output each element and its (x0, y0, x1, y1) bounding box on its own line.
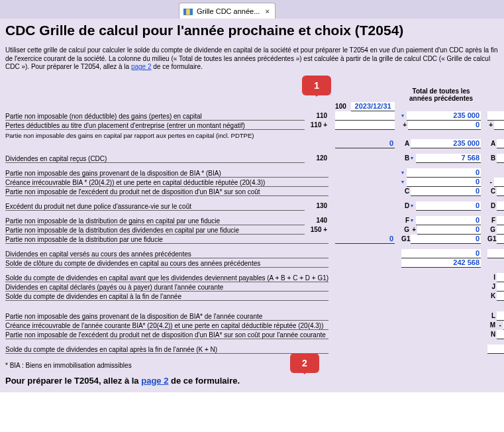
marker-L: L (487, 312, 497, 319)
prev-sold[interactable]: 242 568 (401, 258, 481, 268)
code-140: 140 (305, 217, 328, 224)
label-J: Dividendes en capital déclarés (payés ou… (5, 282, 328, 292)
callout-2: 2 (290, 353, 319, 373)
marker-D: D (401, 202, 411, 209)
total-130[interactable]: 0 (497, 201, 504, 211)
form-icon (183, 7, 193, 15)
label-bia1: Partie non imposable des gains provenant… (5, 168, 328, 178)
prev-130[interactable]: 0 (416, 201, 481, 211)
total-120[interactable]: 7 568 (497, 154, 504, 163)
label-N: Partie non imposable de l'excédent du pr… (5, 330, 328, 339)
svg-rect-2 (186, 9, 189, 15)
intro-before: Utiliser cette grille de calcul pour cal… (5, 46, 498, 70)
tab-bar: Grille CDC année... × (0, 0, 504, 19)
tab-active[interactable]: Grille CDC année... × (179, 3, 276, 19)
marker-N: N (487, 331, 497, 338)
label-I: Solde du compte de dividendes en capital… (5, 273, 328, 282)
field-110-cur[interactable] (335, 111, 395, 121)
header-prev: Total de toutes les années précédentes (401, 80, 481, 102)
code-150p: 150 + (305, 226, 328, 233)
field-110p-cur[interactable] (335, 121, 395, 130)
marker-B-t: B (487, 154, 497, 162)
page: CDC Grille de calcul pour l'année procha… (0, 19, 504, 392)
total-C[interactable]: 0 (497, 187, 504, 196)
total-divp[interactable]: 0 (487, 249, 504, 258)
footer-instruction: Pour préparer le T2054, allez à la page … (5, 376, 499, 386)
code-130: 130 (305, 202, 328, 209)
label-K: Solde du compte de dividendes en capital… (5, 292, 328, 301)
marker-M: M (487, 321, 497, 329)
marker-I: I (487, 274, 497, 281)
dropdown-icon[interactable]: ▾ (401, 170, 407, 176)
field-A-cur[interactable]: 0 (335, 139, 395, 148)
header-total: Total (487, 80, 504, 102)
page-title: CDC Grille de calcul pour l'année procha… (5, 23, 499, 38)
label-M: Créance irrécouvrable de l'année courant… (5, 321, 328, 330)
total-G1[interactable]: 0 (497, 235, 504, 244)
code-110p: 110 + (305, 121, 328, 129)
label-KN: Solde du compte de dividendes en capital… (5, 345, 328, 354)
svg-rect-1 (183, 9, 186, 15)
labels-column: Partie non imposable (non déductible) de… (5, 80, 328, 354)
prev-divp[interactable]: 0 (401, 249, 481, 258)
total-140[interactable]: 0 (497, 216, 504, 225)
total-150[interactable]: 0 (497, 225, 504, 235)
total-column: Total 235 000 +0 A235 000 B7 568 -0 C0 D… (487, 80, 504, 354)
total-K[interactable]: 0 (497, 292, 504, 301)
code-110: 110 (305, 112, 328, 119)
intro-after: de ce formulaire. (152, 63, 203, 70)
dropdown-icon[interactable]: ▾ (411, 156, 416, 161)
label-G1: Partie non imposable de la distribution … (5, 235, 328, 244)
date-column: 1 1002023/12/31 0 0 (335, 80, 395, 354)
total-L[interactable] (497, 311, 504, 321)
label-A: Partie non imposable des gains en capita… (5, 130, 328, 139)
intro-text: Utiliser cette grille de calcul pour cal… (5, 46, 499, 72)
code-120: 120 (305, 154, 328, 162)
marker-B: B (401, 154, 411, 162)
label-L: Partie non imposable des gains provenant… (5, 311, 328, 321)
total-I[interactable]: 242 568 (497, 273, 504, 282)
footer-link-page2[interactable]: page 2 (141, 376, 168, 386)
field-100-date[interactable]: 2023/12/31 (351, 102, 395, 111)
prev-120[interactable]: 7 568 (416, 154, 481, 163)
marker-G1: G1 (401, 235, 411, 243)
prev-140[interactable]: 0 (416, 216, 481, 225)
close-icon[interactable]: × (264, 7, 270, 15)
prev-110p[interactable]: 0 (408, 121, 481, 130)
label-bia2: Créance irrécouvrable BIA * (20(4.2)) et… (5, 178, 328, 187)
total-A[interactable]: 235 000 (497, 139, 504, 148)
prev-C[interactable]: 0 (411, 187, 481, 196)
prev-A[interactable]: 235 000 (411, 139, 481, 148)
prev-G1[interactable]: 0 (411, 235, 481, 244)
label-150: Partie non imposable de la distribution … (5, 225, 305, 235)
total-KN[interactable]: 0 (487, 345, 504, 354)
dropdown-icon[interactable]: ▾ (401, 180, 407, 185)
label-130: Excédent du produit net dune police d'as… (5, 201, 305, 211)
footnote: * BIA : Biens en immobilisation admissib… (5, 362, 499, 369)
total-N[interactable]: 0 (497, 330, 504, 339)
marker-A: A (401, 140, 411, 147)
label-110p: Pertes déductibles au titre d'un placeme… (5, 121, 305, 130)
field-G1-cur[interactable]: 0 (335, 235, 395, 244)
label-120: Dividendes en capital reçus (CDC) (5, 154, 305, 163)
prev-110[interactable]: 235 000 (407, 111, 481, 121)
label-C: Partie non imposable de l'excédent du pr… (5, 187, 328, 196)
dropdown-icon[interactable]: ▾ (411, 218, 416, 223)
svg-rect-3 (190, 9, 193, 15)
dropdown-icon[interactable]: ▾ (401, 113, 407, 119)
label-110: Partie non imposable (non déductible) de… (5, 111, 305, 121)
marker-F-t: F (487, 217, 497, 224)
prev-150[interactable]: 0 (417, 225, 481, 235)
total-bia2[interactable]: 0 (494, 178, 504, 187)
total-110[interactable]: 235 000 (487, 111, 504, 121)
prev-bia2[interactable]: 0 (407, 178, 481, 187)
dropdown-icon[interactable]: ▾ (411, 203, 416, 209)
label-divp: Dividendes en capital versés au cours de… (5, 249, 328, 258)
marker-D-t: D (487, 202, 497, 209)
intro-link-page2[interactable]: page 2 (131, 63, 152, 70)
total-110p[interactable]: 0 (494, 121, 504, 130)
marker-G-t: G (487, 226, 497, 233)
callout-1: 1 (302, 76, 331, 95)
total-J[interactable]: 242 568 (497, 282, 504, 292)
prev-bia1[interactable]: 0 (407, 168, 481, 178)
